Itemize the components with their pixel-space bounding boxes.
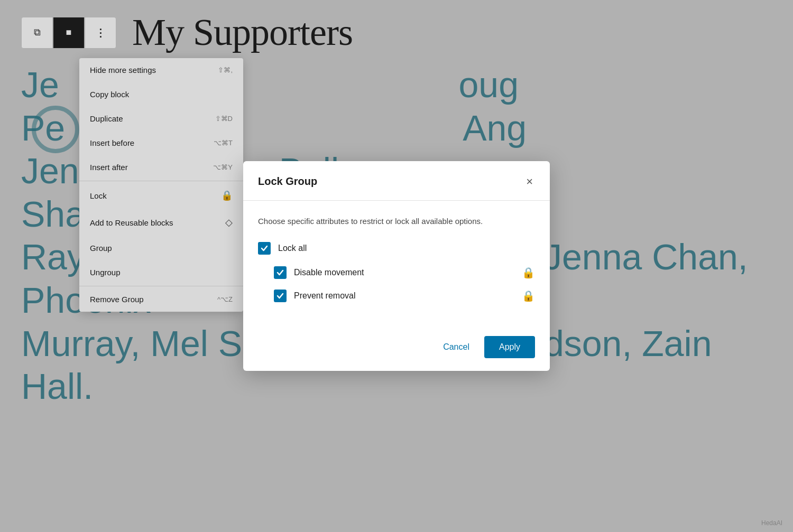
modal-description: Choose specific attributes to restrict o… bbox=[258, 216, 535, 228]
checkmark-icon-2 bbox=[276, 269, 284, 276]
lock-all-label: Lock all bbox=[278, 244, 535, 253]
disable-movement-lock-icon: 🔒 bbox=[522, 266, 535, 279]
disable-movement-option: Disable movement 🔒 bbox=[274, 266, 535, 279]
prevent-removal-checkbox[interactable] bbox=[274, 290, 287, 302]
modal-body: Choose specific attributes to restrict o… bbox=[243, 201, 550, 326]
modal-header: Lock Group × bbox=[243, 161, 550, 201]
cancel-button[interactable]: Cancel bbox=[435, 337, 478, 357]
modal-close-button[interactable]: × bbox=[524, 174, 535, 190]
apply-button[interactable]: Apply bbox=[484, 336, 535, 358]
disable-movement-label: Disable movement bbox=[294, 268, 514, 277]
prevent-removal-lock-icon: 🔒 bbox=[522, 290, 535, 302]
modal-footer: Cancel Apply bbox=[243, 325, 550, 371]
lock-group-modal: Lock Group × Choose specific attributes … bbox=[243, 161, 550, 371]
prevent-removal-label: Prevent removal bbox=[294, 291, 514, 301]
lock-all-checkbox[interactable] bbox=[258, 242, 271, 255]
checkmark-icon bbox=[261, 245, 268, 252]
disable-movement-checkbox[interactable] bbox=[274, 266, 287, 279]
lock-all-option: Lock all bbox=[258, 242, 535, 255]
modal-title: Lock Group bbox=[258, 175, 317, 188]
checkmark-icon-3 bbox=[276, 292, 284, 300]
prevent-removal-option: Prevent removal 🔒 bbox=[274, 290, 535, 302]
modal-overlay: Lock Group × Choose specific attributes … bbox=[0, 0, 793, 532]
